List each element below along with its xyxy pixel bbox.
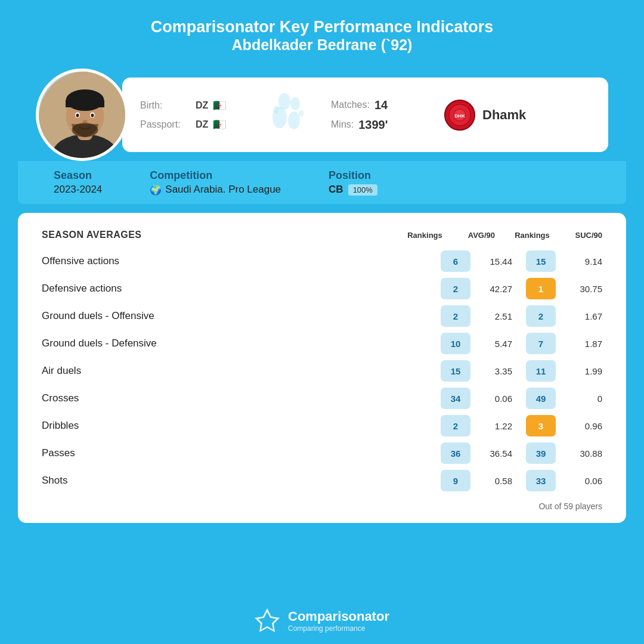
rank2-badge: 1 bbox=[526, 278, 556, 299]
player-info-card: Birth: DZ 🇩🇿 Passport: DZ 🇩🇿 bbox=[122, 78, 608, 152]
title-line2: Abdelkader Bedrane (`92) bbox=[36, 36, 608, 54]
svg-point-17 bbox=[299, 110, 304, 117]
logo-icon bbox=[255, 607, 280, 634]
table-row: Offensive actions 6 15.44 15 9.14 bbox=[42, 247, 602, 275]
row-label: Ground duels - Defensive bbox=[42, 338, 441, 349]
avg-value: 15.44 bbox=[475, 256, 517, 267]
rank2-badge: 39 bbox=[526, 442, 556, 464]
rank2-badge: 15 bbox=[526, 250, 556, 272]
row-label: Ground duels - Offensive bbox=[42, 310, 441, 322]
suc-value: 1.67 bbox=[561, 311, 602, 321]
table-row: Ground duels - Offensive 2 2.51 2 1.67 bbox=[42, 302, 602, 330]
rank1-badge: 10 bbox=[441, 333, 470, 354]
svg-point-9 bbox=[91, 114, 94, 117]
avg-value: 3.35 bbox=[475, 366, 517, 376]
suc-value: 0.96 bbox=[561, 421, 602, 431]
section-label: SEASON AVERAGES bbox=[42, 230, 142, 240]
rank1-badge: 36 bbox=[441, 442, 470, 464]
season-value: 2023-2024 bbox=[54, 184, 102, 196]
col3-header: Rankings bbox=[507, 231, 558, 240]
suc-value: 9.14 bbox=[561, 256, 602, 267]
rank2-badge: 3 bbox=[526, 415, 556, 436]
svg-point-13 bbox=[290, 97, 300, 110]
avg-value: 1.22 bbox=[475, 421, 517, 431]
col1-header: Rankings bbox=[400, 231, 450, 240]
avg-value: 42.27 bbox=[475, 284, 517, 294]
table-row: Defensive actions 2 42.27 1 30.75 bbox=[42, 275, 602, 302]
title-area: Comparisonator Key Performance Indicator… bbox=[36, 18, 608, 54]
rank2-badge: 33 bbox=[526, 470, 556, 491]
avg-value: 0.06 bbox=[475, 394, 517, 404]
svg-point-16 bbox=[273, 106, 279, 114]
logo-tagline: Comparing performance bbox=[288, 624, 389, 633]
rank2-badge: 2 bbox=[526, 305, 556, 327]
suc-value: 0.06 bbox=[561, 476, 602, 486]
season-bar: Season 2023-2024 Competition 🌍 Saudi Ara… bbox=[18, 161, 626, 204]
rank1-badge: 9 bbox=[441, 470, 470, 491]
avatar bbox=[36, 69, 128, 161]
matches-value: 14 bbox=[374, 98, 388, 112]
row-label: Shots bbox=[42, 475, 441, 487]
row-label: Offensive actions bbox=[42, 255, 441, 267]
avg-value: 5.47 bbox=[475, 339, 517, 349]
competition-value: Saudi Arabia. Pro League bbox=[165, 184, 281, 196]
svg-point-15 bbox=[288, 112, 300, 129]
avg-value: 0.58 bbox=[475, 476, 517, 486]
club-block: DHK Dhamk bbox=[444, 100, 526, 131]
rank1-badge: 15 bbox=[441, 360, 470, 382]
table-row: Air duels 15 3.35 11 1.99 bbox=[42, 357, 602, 385]
row-label: Dribbles bbox=[42, 420, 441, 432]
mins-label: Mins: bbox=[331, 119, 354, 130]
rank2-badge: 49 bbox=[526, 388, 556, 409]
suc-value: 1.87 bbox=[561, 339, 602, 349]
row-label: Defensive actions bbox=[42, 283, 441, 295]
birth-value: DZ bbox=[196, 100, 208, 111]
rank2-badge: 7 bbox=[526, 333, 556, 354]
club-logo: DHK bbox=[444, 100, 475, 131]
position-header: Position bbox=[329, 169, 377, 182]
suc-value: 30.75 bbox=[561, 284, 602, 294]
position-pct: 100% bbox=[348, 184, 377, 196]
table-row: Crosses 34 0.06 49 0 bbox=[42, 385, 602, 412]
col4-header: SUC/90 bbox=[558, 231, 602, 240]
rank1-badge: 2 bbox=[441, 278, 470, 299]
avg-value: 36.54 bbox=[475, 448, 517, 459]
position-value: CB bbox=[329, 184, 343, 196]
birth-label: Birth: bbox=[140, 100, 191, 111]
svg-text:DHK: DHK bbox=[454, 113, 465, 119]
competition-header: Competition bbox=[150, 169, 281, 182]
footprint-icon bbox=[271, 91, 307, 139]
table-row: Dribbles 2 1.22 3 0.96 bbox=[42, 412, 602, 439]
passport-label: Passport: bbox=[140, 119, 191, 130]
rank1-badge: 34 bbox=[441, 388, 470, 409]
matches-label: Matches: bbox=[331, 100, 370, 110]
suc-value: 30.88 bbox=[561, 448, 602, 459]
row-label: Air duels bbox=[42, 365, 441, 377]
footer-note: Out of 59 players bbox=[42, 501, 602, 511]
col2-header: AVG/90 bbox=[450, 231, 495, 240]
rank1-badge: 2 bbox=[441, 415, 470, 436]
season-header: Season bbox=[54, 169, 102, 182]
rank1-badge: 2 bbox=[441, 305, 470, 327]
stats-card: SEASON AVERAGES Rankings AVG/90 Rankings… bbox=[18, 213, 626, 523]
avg-value: 2.51 bbox=[475, 311, 517, 321]
table-row: Shots 9 0.58 33 0.06 bbox=[42, 467, 602, 494]
suc-value: 1.99 bbox=[561, 366, 602, 376]
logo-name: Comparisonator bbox=[288, 609, 389, 624]
rank1-badge: 6 bbox=[441, 250, 470, 272]
svg-rect-5 bbox=[66, 100, 104, 107]
title-line1: Comparisonator Key Performance Indicator… bbox=[36, 18, 608, 36]
club-name: Dhamk bbox=[482, 107, 526, 123]
passport-value: DZ bbox=[196, 119, 208, 130]
suc-value: 0 bbox=[561, 394, 602, 404]
row-label: Crosses bbox=[42, 392, 441, 404]
table-row: Ground duels - Defensive 10 5.47 7 1.87 bbox=[42, 330, 602, 357]
bottom-bar: Comparisonator Comparing performance bbox=[0, 597, 644, 644]
row-label: Passes bbox=[42, 447, 441, 459]
table-row: Passes 36 36.54 39 30.88 bbox=[42, 439, 602, 467]
rank2-badge: 11 bbox=[526, 360, 556, 382]
svg-point-8 bbox=[76, 114, 79, 117]
mins-value: 1399' bbox=[358, 118, 388, 132]
